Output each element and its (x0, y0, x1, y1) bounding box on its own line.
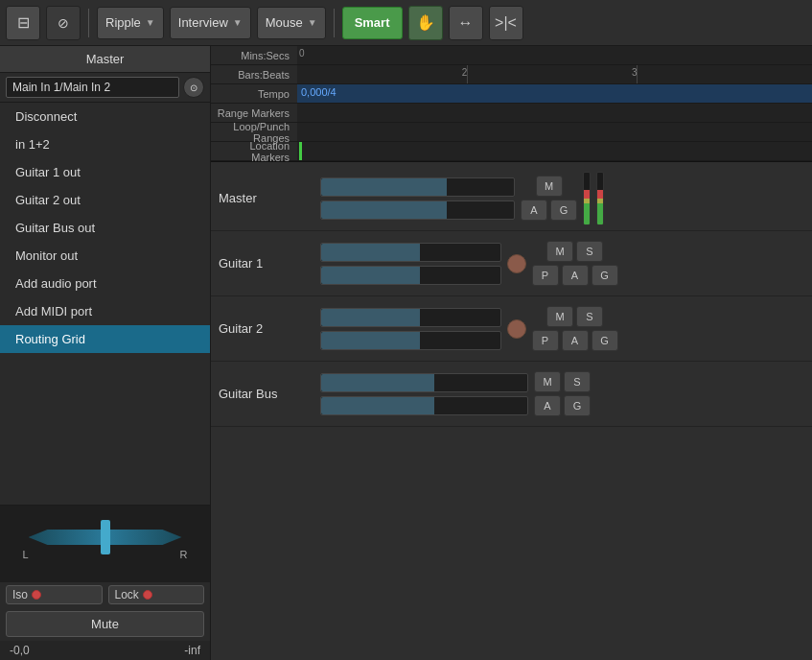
track-name-guitarbus: Guitar Bus (219, 387, 314, 401)
guitarbus-solo-button[interactable]: S (564, 371, 591, 392)
guitar2-solo-button[interactable]: S (576, 306, 603, 327)
timeline-bar-looppunch[interactable] (297, 123, 812, 141)
menu-item-disconnect[interactable]: Disconnect (0, 103, 210, 130)
fader-track-guitar2-bottom[interactable] (320, 331, 501, 350)
menu-item-guitar2out[interactable]: Guitar 2 out (0, 186, 210, 214)
timeline-bar-tempo[interactable]: 0,000/4 (297, 84, 812, 103)
lock-indicator (143, 590, 152, 600)
guitar2-auto-button[interactable]: A (562, 330, 589, 351)
eye-button[interactable]: ⊘ (46, 6, 81, 40)
interview-dropdown[interactable]: Interview ▼ (170, 7, 251, 39)
menu-item-addmidi[interactable]: Add MIDI port (0, 297, 210, 325)
guitarbus-gain-button[interactable]: G (564, 395, 591, 416)
fader-fill-guitar2-bottom (321, 332, 420, 349)
ripple-label: Ripple (105, 15, 141, 30)
track-name-guitar2: Guitar 2 (219, 321, 314, 336)
fader-track-guitarbus-bottom[interactable] (320, 396, 528, 415)
guitar2-mute-button[interactable]: M (546, 306, 573, 327)
menu-item-guitarbusout[interactable]: Guitar Bus out (0, 214, 210, 242)
guitar1-pan-button[interactable]: P (532, 265, 559, 286)
menu-item-guitar1out[interactable]: Guitar 1 out (0, 158, 210, 186)
timeline-row-locationmarkers: Location Markers (211, 142, 812, 161)
iso-label: Iso (12, 588, 28, 601)
guitar2-pan-button[interactable]: P (532, 330, 559, 351)
fader-fill-guitarbus-bottom (321, 397, 434, 414)
mute-btn-row: Mute (0, 607, 210, 641)
menu-item-addaudio[interactable]: Add audio port (0, 270, 210, 297)
fader-track-guitar2-top[interactable] (320, 308, 501, 327)
fader-track-guitar1-top[interactable] (320, 243, 501, 262)
timeline-bar-rangemarkers[interactable] (297, 104, 812, 122)
menu-item-routinggrid[interactable]: Routing Grid (0, 325, 210, 353)
mouse-arrow-icon: ▼ (308, 17, 317, 28)
mouse-label: Mouse (266, 15, 303, 30)
track-buttons-guitar1: M S P A G (532, 241, 618, 286)
iso-button[interactable]: Iso (6, 585, 103, 604)
guitarbus-mute-button[interactable]: M (534, 371, 561, 392)
value-right: -inf (184, 644, 200, 657)
guitarbus-auto-button[interactable]: A (534, 395, 561, 416)
waveform-area: L R (0, 506, 210, 582)
timeline-bar-locationmarkers[interactable] (297, 142, 812, 160)
timeline-num-2: 2 (462, 67, 468, 78)
left-bottom: L R Iso Lock Mute (0, 505, 210, 660)
vu-green-master (584, 203, 590, 224)
fader-track-guitarbus-top[interactable] (320, 373, 528, 392)
ripple-dropdown[interactable]: Ripple ▼ (97, 7, 164, 39)
timeline-row-rangemarkers: Range Markers (211, 104, 812, 123)
lock-button[interactable]: Lock (108, 585, 205, 604)
track-name-guitar1: Guitar 1 (219, 256, 314, 271)
mute-button[interactable]: Mute (6, 611, 204, 637)
iso-lock-row: Iso Lock (0, 582, 210, 607)
location-marker-green (299, 142, 302, 160)
menu-item-monitorout[interactable]: Monitor out (0, 242, 210, 270)
panel-header: Master (0, 46, 210, 73)
menu-item-in12[interactable]: in 1+2 (0, 130, 210, 158)
timeline-label-minssecs: Mins:Secs (211, 50, 297, 61)
fader-fill-guitar1-top (321, 244, 420, 261)
pan-knob[interactable] (101, 520, 110, 554)
guitar1-gain-button[interactable]: G (592, 265, 618, 286)
interview-arrow-icon: ▼ (233, 17, 243, 28)
hand-button[interactable]: ✋ (408, 6, 443, 40)
track-fader-guitar2 (320, 308, 501, 350)
main-area: Master Main In 1/Main In 2 ⊙ Disconnect … (0, 46, 812, 660)
pan-left-label: L (23, 549, 29, 560)
track-buttons-guitar2: M S P A G (532, 306, 618, 351)
track-btn-row-guitar2-top: M S (546, 306, 603, 327)
expand-button[interactable]: ↔ (449, 6, 483, 40)
timeline-bar-barsbeats[interactable]: 2 3 (297, 65, 812, 83)
timeline-bar-minssecs[interactable]: 0 (297, 46, 812, 64)
split-button[interactable]: >|< (489, 6, 523, 40)
guitar1-mute-button[interactable]: M (546, 241, 573, 262)
master-auto-button[interactable]: A (521, 200, 547, 221)
left-panel: Master Main In 1/Main In 2 ⊙ Disconnect … (0, 46, 211, 660)
master-gain-button[interactable]: G (550, 200, 577, 221)
track-btn-row-guitar1-bottom: P A G (532, 265, 618, 286)
timeline-label-rangemarkers: Range Markers (211, 107, 297, 119)
track-buttons-guitarbus: M S A G (534, 371, 591, 416)
fader-track-master-top[interactable] (320, 177, 515, 197)
timeline-label-tempo: Tempo (211, 88, 297, 100)
vu-meter-master-2 (596, 172, 604, 225)
collapse-button[interactable]: ⊟ (6, 6, 40, 40)
knob-button[interactable]: ⊙ (183, 77, 204, 98)
track-row-guitar2: Guitar 2 M S P (211, 296, 812, 362)
pan-right-side (105, 530, 182, 545)
track-fader-guitar1 (320, 243, 501, 285)
fader-track-master-bottom[interactable] (320, 200, 515, 220)
pan-track[interactable] (29, 528, 182, 547)
values-row: -0,0 -inf (0, 641, 210, 660)
fader-fill-master-top (321, 178, 447, 196)
mouse-dropdown[interactable]: Mouse ▼ (257, 7, 326, 39)
master-mute-button[interactable]: M (536, 176, 563, 197)
fader-track-guitar1-bottom[interactable] (320, 266, 501, 285)
timeline-row-barsbeats: Bars:Beats 2 3 (211, 65, 812, 84)
smart-button[interactable]: Smart (342, 7, 403, 39)
input-source-display[interactable]: Main In 1/Main In 2 (6, 77, 179, 98)
guitar2-gain-button[interactable]: G (592, 330, 618, 351)
track-btn-row-master-top: M (536, 176, 563, 197)
guitar1-solo-button[interactable]: S (576, 241, 603, 262)
toolbar-separator-2 (334, 9, 335, 37)
guitar1-auto-button[interactable]: A (562, 265, 589, 286)
